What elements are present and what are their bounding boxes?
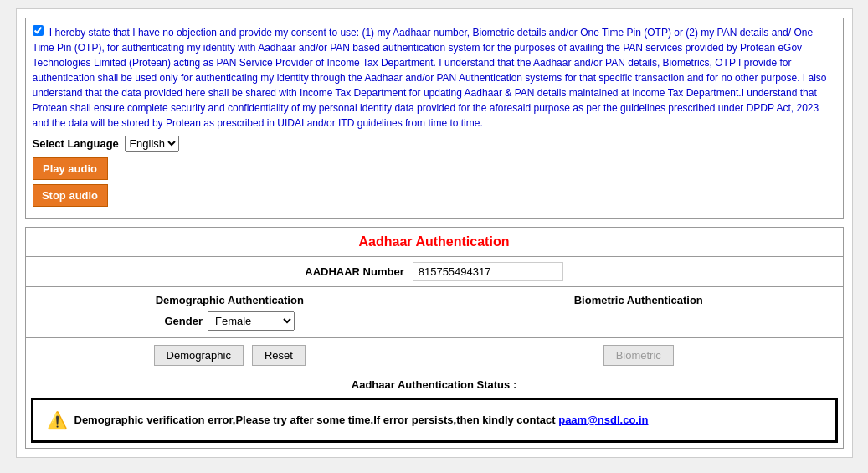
status-box: ⚠️ Demographic verification error,Please… bbox=[31, 398, 838, 443]
aadhaar-input[interactable] bbox=[413, 262, 563, 281]
consent-box: I hereby state that I have no objection … bbox=[25, 18, 844, 219]
status-message: Demographic verification error,Please tr… bbox=[74, 414, 649, 426]
demographic-button[interactable]: Demographic bbox=[154, 345, 244, 366]
biometric-button-area: Biometric bbox=[434, 338, 843, 373]
button-row: Demographic Reset Biometric bbox=[26, 338, 843, 373]
status-email-link[interactable]: paam@nsdl.co.in bbox=[558, 414, 648, 426]
auth-container: Aadhaar Authentication AADHAAR Number De… bbox=[25, 227, 844, 449]
consent-text: I hereby state that I have no objection … bbox=[33, 25, 836, 131]
demographic-button-area: Demographic Reset bbox=[26, 338, 435, 373]
select-language-label: Select Language bbox=[33, 137, 119, 150]
biometric-section: Biometric Authentication bbox=[434, 287, 843, 337]
gender-row: Gender Male Female Transgender bbox=[33, 311, 428, 331]
biometric-button: Biometric bbox=[603, 345, 674, 366]
language-select[interactable]: English bbox=[125, 136, 179, 152]
status-title: Aadhaar Authentication Status : bbox=[31, 378, 838, 391]
status-section: Aadhaar Authentication Status : ⚠️ Demog… bbox=[26, 373, 843, 448]
aadhaar-row: AADHAAR Number bbox=[26, 257, 843, 287]
main-container: I hereby state that I have no objection … bbox=[16, 8, 853, 458]
consent-checkbox[interactable] bbox=[33, 25, 44, 36]
reset-button[interactable]: Reset bbox=[252, 345, 306, 366]
auth-title: Aadhaar Authentication bbox=[26, 228, 843, 257]
consent-paragraph: I hereby state that I have no objection … bbox=[33, 27, 827, 129]
aadhaar-label: AADHAAR Number bbox=[305, 265, 403, 278]
gender-select[interactable]: Male Female Transgender bbox=[208, 311, 295, 331]
biometric-title: Biometric Authentication bbox=[441, 294, 836, 306]
demographic-title: Demographic Authentication bbox=[33, 294, 428, 306]
status-text: Demographic verification error,Please tr… bbox=[74, 414, 559, 426]
play-audio-button[interactable]: Play audio bbox=[33, 157, 108, 180]
auth-sections: Demographic Authentication Gender Male F… bbox=[26, 287, 843, 338]
select-language-row: Select Language English bbox=[33, 136, 836, 152]
gender-label: Gender bbox=[164, 315, 203, 327]
warning-icon: ⚠️ bbox=[47, 410, 68, 430]
stop-audio-button[interactable]: Stop audio bbox=[33, 184, 108, 207]
demographic-section: Demographic Authentication Gender Male F… bbox=[26, 287, 435, 337]
